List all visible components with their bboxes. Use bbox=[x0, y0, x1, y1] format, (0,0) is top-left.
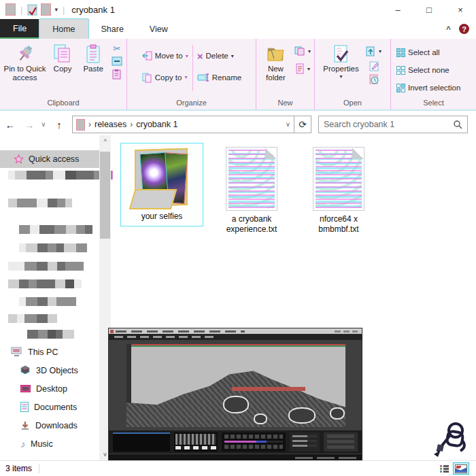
new-folder-icon bbox=[265, 43, 286, 65]
view-toggles bbox=[440, 462, 476, 475]
easy-access-button[interactable]: ▾ bbox=[294, 44, 311, 58]
new-folder-qat-icon[interactable] bbox=[41, 3, 51, 16]
cut-icon[interactable]: ✂ bbox=[113, 44, 120, 54]
search-icon[interactable] bbox=[453, 120, 462, 129]
sidebar-item-downloads[interactable]: Downloads bbox=[0, 416, 99, 435]
organize-group: Move to ▾ Copy to ▾ × Delete ▾ bbox=[127, 39, 256, 109]
rename-button[interactable]: Rename bbox=[197, 70, 241, 85]
copy-icon bbox=[52, 43, 73, 65]
player-menu-bar bbox=[109, 334, 362, 340]
censored-sidebar-item[interactable] bbox=[8, 171, 112, 180]
delete-button[interactable]: × Delete ▾ bbox=[197, 48, 241, 63]
maximize-button[interactable]: □ bbox=[413, 0, 445, 19]
search-input[interactable] bbox=[319, 120, 453, 129]
refresh-icon[interactable]: ⟳ bbox=[294, 119, 311, 130]
cube-icon bbox=[20, 365, 31, 375]
embedded-player-screenshot bbox=[109, 328, 362, 461]
collapse-ribbon-icon[interactable]: ^ bbox=[446, 24, 451, 34]
explorer-window: | ▾ | cryobank 1 – □ × File Home Share V… bbox=[0, 0, 476, 476]
minimize-button[interactable]: – bbox=[382, 0, 413, 19]
back-button[interactable]: ← bbox=[0, 119, 20, 131]
pin-label: Pin to Quick access bbox=[3, 65, 46, 82]
move-to-button[interactable]: Move to ▾ bbox=[141, 48, 188, 63]
close-button[interactable]: × bbox=[445, 0, 476, 19]
censored-sidebar-items bbox=[0, 135, 99, 343]
invert-selection-button[interactable]: Invert selection bbox=[396, 80, 460, 95]
tab-view[interactable]: View bbox=[137, 19, 181, 39]
easy-access-dropdown-icon: ▾ bbox=[308, 48, 311, 54]
recent-locations-dropdown-icon[interactable]: ˅ bbox=[38, 121, 49, 129]
up-button[interactable]: ↑ bbox=[49, 119, 69, 131]
move-to-label: Move to bbox=[155, 52, 183, 60]
censored-sidebar-item[interactable] bbox=[27, 330, 74, 339]
file-tile-cryobank-experience[interactable]: a cryobank experience.txt bbox=[215, 147, 288, 235]
address-dropdown-icon[interactable]: ˅ bbox=[282, 121, 294, 129]
edit-icon[interactable] bbox=[369, 61, 379, 71]
large-icons-view-button[interactable] bbox=[453, 462, 469, 475]
details-view-button[interactable] bbox=[440, 465, 449, 473]
sidebar-item-this-pc[interactable]: This PC bbox=[0, 343, 99, 361]
censored-sidebar-item[interactable] bbox=[8, 279, 82, 288]
title-bar: | ▾ | cryobank 1 – □ × bbox=[0, 0, 476, 19]
properties-dropdown-icon: ▾ bbox=[339, 73, 342, 80]
copy-path-icon[interactable] bbox=[112, 56, 122, 66]
downloads-icon bbox=[20, 421, 30, 430]
censored-sidebar-item[interactable] bbox=[19, 225, 92, 234]
sidebar-item-3d-objects[interactable]: 3D Objects bbox=[0, 361, 99, 379]
help-icon[interactable]: ? bbox=[459, 24, 469, 34]
player-video-frame bbox=[126, 344, 345, 427]
breadcrumb-cryobank-1[interactable]: cryobank 1 bbox=[133, 120, 181, 129]
paste-button[interactable]: Paste bbox=[78, 42, 109, 74]
censored-sidebar-item[interactable] bbox=[8, 199, 72, 207]
quick-access-toolbar: | ▾ | bbox=[0, 3, 66, 16]
delete-dropdown-icon: ▾ bbox=[231, 53, 234, 59]
invert-selection-icon bbox=[396, 84, 405, 92]
properties-qat-icon[interactable] bbox=[27, 4, 37, 16]
glitch-logo bbox=[427, 420, 475, 458]
new-folder-button[interactable]: New folder bbox=[258, 42, 293, 83]
censored-sidebar-item[interactable] bbox=[8, 262, 84, 271]
this-pc-tree: This PC 3D Objects Desktop Documents Dow… bbox=[0, 343, 99, 453]
tab-file[interactable]: File bbox=[0, 19, 39, 39]
forward-button[interactable]: → bbox=[20, 119, 38, 131]
search-box bbox=[318, 116, 468, 133]
navigation-pane: Quick access This PC 3D Objects Desktop bbox=[0, 135, 99, 461]
crumb-separator: › bbox=[85, 120, 91, 129]
address-bar[interactable]: › releases › cryobank 1 ˅ ⟳ bbox=[72, 116, 311, 133]
clipboard-group-label: Clipboard bbox=[0, 98, 126, 109]
censored-sidebar-item[interactable] bbox=[19, 297, 76, 306]
pin-to-quick-access-button[interactable]: Pin to Quick access bbox=[2, 42, 48, 83]
new-item-button[interactable]: ▾ bbox=[295, 61, 310, 76]
file-tile-your-selfies[interactable]: your selfies bbox=[120, 143, 203, 226]
open-button[interactable]: ▾ bbox=[366, 44, 381, 58]
status-bar: 3 items bbox=[0, 460, 476, 476]
file-tile-nforce64[interactable]: nforce64 x bmbmbf.txt bbox=[302, 147, 375, 235]
sidebar-item-desktop[interactable]: Desktop bbox=[0, 379, 99, 398]
censored-sidebar-item[interactable] bbox=[8, 314, 57, 323]
copy-label: Copy bbox=[54, 65, 72, 73]
select-group: Select all Select none Invert selection … bbox=[391, 39, 476, 109]
music-note-icon: ♪ bbox=[20, 439, 25, 449]
breadcrumb-releases[interactable]: releases bbox=[91, 120, 130, 129]
move-to-dropdown-icon: ▾ bbox=[186, 53, 188, 59]
paste-label: Paste bbox=[83, 65, 103, 73]
copy-to-label: Copy to bbox=[155, 73, 182, 82]
music-label: Music bbox=[31, 439, 53, 449]
censored-sidebar-item[interactable] bbox=[19, 243, 87, 252]
sidebar-item-documents[interactable]: Documents bbox=[0, 398, 99, 416]
tab-share[interactable]: Share bbox=[88, 19, 137, 39]
ribbon-tab-row: File Home Share View ^ ? bbox=[0, 19, 476, 39]
scrollbar-thumb[interactable] bbox=[100, 152, 110, 239]
select-none-button[interactable]: Select none bbox=[396, 63, 449, 78]
3d-objects-label: 3D Objects bbox=[36, 366, 78, 375]
paste-shortcut-icon[interactable] bbox=[112, 69, 121, 80]
history-icon[interactable] bbox=[369, 74, 379, 84]
tab-home[interactable]: Home bbox=[39, 19, 88, 39]
copy-to-button[interactable]: Copy to ▾ bbox=[141, 70, 188, 85]
scroll-up-icon[interactable]: ^ bbox=[99, 135, 111, 147]
select-all-button[interactable]: Select all bbox=[396, 45, 440, 60]
copy-button[interactable]: Copy bbox=[48, 42, 78, 74]
properties-button[interactable]: Properties ▾ bbox=[320, 42, 362, 80]
qat-customize-dropdown-icon[interactable]: ▾ bbox=[54, 6, 58, 13]
sidebar-item-music[interactable]: ♪ Music bbox=[0, 435, 99, 453]
